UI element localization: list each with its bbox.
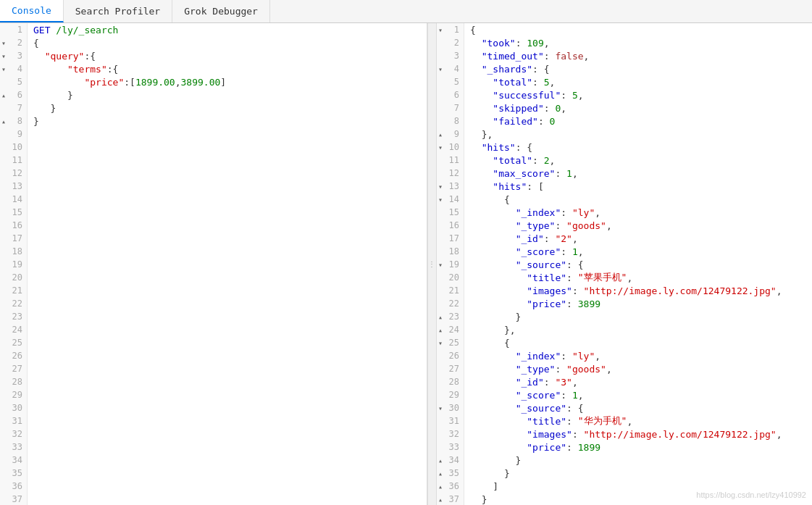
rln-32: 32 <box>437 427 464 441</box>
right-line-33: "price": 1899 <box>464 441 812 454</box>
ln-12: 12 <box>0 167 27 180</box>
watermark: https://blog.csdn.net/lzy410992 <box>696 491 806 499</box>
right-line-9: }, <box>464 128 812 141</box>
tab-console[interactable]: Console <box>0 0 64 22</box>
right-line-3: "timed_out": false, <box>464 49 812 62</box>
right-panel: ▾1 2 3 ▾4 5 6 7 8 ▴9 ▾10 11 12 ▾13 ▾14 1… <box>437 23 812 505</box>
ln-1: 1 <box>0 23 27 36</box>
left-line-21 <box>28 284 427 297</box>
ln-5: 5 <box>0 75 27 88</box>
left-line-19 <box>28 258 427 271</box>
left-code-lines: GET /ly/_search { "query":{ "terms":{ "p… <box>28 23 427 505</box>
rln-37: ▴37 <box>437 493 464 505</box>
ln-26: 26 <box>0 349 27 362</box>
rln-12: 12 <box>437 167 464 180</box>
left-line-23 <box>28 310 427 323</box>
tab-bar: Console Search Profiler Grok Debugger <box>0 0 812 23</box>
left-line-9 <box>28 128 427 141</box>
ln-14: 14 <box>0 193 27 206</box>
ln-31: 31 <box>0 414 27 427</box>
splitter-dots: ⋮ <box>428 260 436 268</box>
right-line-21: "images": "http://image.ly.com/12479122.… <box>464 284 812 297</box>
ln-32: 32 <box>0 427 27 441</box>
left-line-6: } <box>28 88 427 101</box>
left-line-18 <box>28 245 427 258</box>
ln-20: 20 <box>0 271 27 284</box>
left-line-34 <box>28 454 427 467</box>
rln-1: ▾1 <box>437 23 464 36</box>
rln-11: 11 <box>437 154 464 167</box>
right-line-30: "_source": { <box>464 401 812 414</box>
left-line-17 <box>28 232 427 245</box>
ln-19: 19 <box>0 258 27 271</box>
left-line-2: { <box>28 36 427 49</box>
tab-search-profiler[interactable]: Search Profiler <box>64 0 172 22</box>
rln-2: 2 <box>437 36 464 49</box>
left-line-12 <box>28 167 427 180</box>
rln-17: 17 <box>437 232 464 245</box>
rln-10: ▾10 <box>437 141 464 154</box>
rln-9: ▴9 <box>437 128 464 141</box>
right-line-27: "_type": "goods", <box>464 362 812 375</box>
rln-20: 20 <box>437 271 464 284</box>
left-line-13 <box>28 180 427 193</box>
rln-6: 6 <box>437 88 464 101</box>
right-line-28: "_id": "3", <box>464 375 812 388</box>
ln-25: 25 <box>0 336 27 349</box>
rln-22: 22 <box>437 297 464 310</box>
rln-14: ▾14 <box>437 193 464 206</box>
ln-18: 18 <box>0 245 27 258</box>
tab-grok-debugger[interactable]: Grok Debugger <box>172 0 270 22</box>
left-line-30 <box>28 401 427 414</box>
rln-21: 21 <box>437 284 464 297</box>
ln-3: ▾3 <box>0 49 27 62</box>
rln-7: 7 <box>437 101 464 114</box>
right-line-25: { <box>464 336 812 349</box>
left-line-33 <box>28 441 427 454</box>
right-line-29: "_score": 1, <box>464 388 812 401</box>
ln-28: 28 <box>0 375 27 388</box>
right-line-10: "hits": { <box>464 141 812 154</box>
panel-splitter[interactable]: ⋮ <box>427 23 437 505</box>
ln-36: 36 <box>0 480 27 493</box>
right-line-11: "total": 2, <box>464 154 812 167</box>
rln-26: 26 <box>437 349 464 362</box>
rln-23: ▴23 <box>437 310 464 323</box>
ln-17: 17 <box>0 232 27 245</box>
right-line-15: "_index": "ly", <box>464 206 812 219</box>
app-container: Console Search Profiler Grok Debugger 1 … <box>0 0 812 505</box>
rln-16: 16 <box>437 219 464 232</box>
rln-3: 3 <box>437 49 464 62</box>
ln-15: 15 <box>0 206 27 219</box>
left-line-32 <box>28 427 427 441</box>
right-line-1: { <box>464 23 812 36</box>
rln-24: ▴24 <box>437 323 464 336</box>
ln-23: 23 <box>0 310 27 323</box>
left-line-29 <box>28 388 427 401</box>
rln-18: 18 <box>437 245 464 258</box>
rln-33: 33 <box>437 441 464 454</box>
main-content: 1 ▾2 ▾3 ▾4 5 ▴6 7 ▴8 9 10 11 12 13 14 15… <box>0 23 812 505</box>
right-line-14: { <box>464 193 812 206</box>
ln-6: ▴6 <box>0 88 27 101</box>
left-line-14 <box>28 193 427 206</box>
rln-8: 8 <box>437 114 464 128</box>
left-line-16 <box>28 219 427 232</box>
right-code-area: ▾1 2 3 ▾4 5 6 7 8 ▴9 ▾10 11 12 ▾13 ▾14 1… <box>437 23 812 505</box>
left-code-area: 1 ▾2 ▾3 ▾4 5 ▴6 7 ▴8 9 10 11 12 13 14 15… <box>0 23 427 505</box>
left-line-26 <box>28 349 427 362</box>
ln-11: 11 <box>0 154 27 167</box>
ln-30: 30 <box>0 401 27 414</box>
left-line-3: "query":{ <box>28 49 427 62</box>
right-line-6: "successful": 5, <box>464 88 812 101</box>
rln-5: 5 <box>437 75 464 88</box>
ln-27: 27 <box>0 362 27 375</box>
right-line-24: }, <box>464 323 812 336</box>
ln-34: 34 <box>0 454 27 467</box>
left-line-numbers: 1 ▾2 ▾3 ▾4 5 ▴6 7 ▴8 9 10 11 12 13 14 15… <box>0 23 28 505</box>
right-line-2: "took": 109, <box>464 36 812 49</box>
left-line-7: } <box>28 101 427 114</box>
right-line-31: "title": "华为手机", <box>464 414 812 427</box>
left-line-28 <box>28 375 427 388</box>
ln-13: 13 <box>0 180 27 193</box>
